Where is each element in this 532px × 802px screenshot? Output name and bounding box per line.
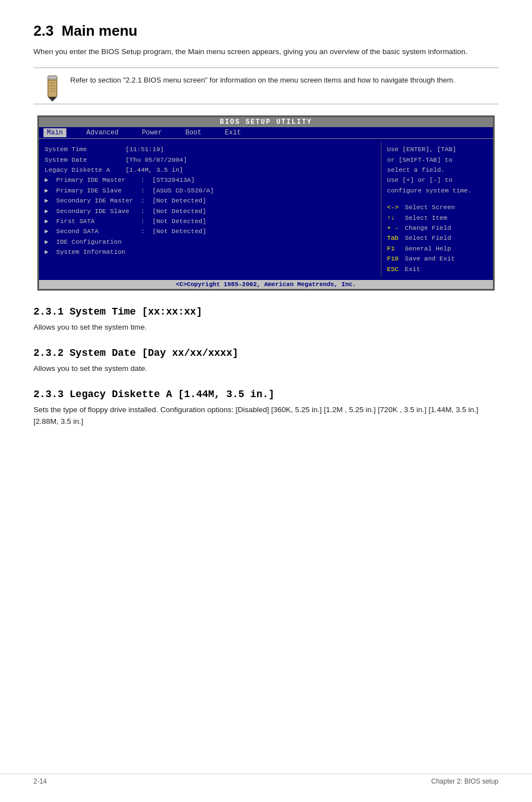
page-footer: 2-14 Chapter 2: BIOS setup xyxy=(0,774,532,785)
bios-shortcut-key: Tab xyxy=(387,233,403,243)
note-icon xyxy=(42,75,62,97)
bios-help-text: or [SHIFT-TAB] to xyxy=(387,155,487,165)
bios-shortcut-desc: General Help xyxy=(405,244,451,254)
bios-shortcut-key: F1 xyxy=(387,244,403,254)
bios-shortcut-desc: Select Field xyxy=(405,233,451,243)
bios-titlebar: BIOS SETUP UTILITY xyxy=(39,117,493,127)
bios-shortcut-key: ↑↓ xyxy=(387,213,403,223)
bios-shortcut-desc: Select Screen xyxy=(405,202,455,212)
bios-shortcut-desc: Select Item xyxy=(405,213,447,223)
bios-shortcut-line: + -Change Field xyxy=(387,223,487,233)
bios-shortcut-line: <->Select Screen xyxy=(387,202,487,212)
bios-screen: BIOS SETUP UTILITY MainAdvancedPowerBoot… xyxy=(37,115,495,291)
bios-help-text: Use [ENTER], [TAB] xyxy=(387,144,487,154)
bios-menu-advanced: Advanced xyxy=(83,128,122,137)
subsections: 2.3.1 System Time [xx:xx:xx]Allows you t… xyxy=(33,306,499,427)
bios-shortcut-key: F10 xyxy=(387,254,403,264)
bios-left-line: ▶ Second SATA : [Not Detected] xyxy=(45,226,375,236)
subsection-title: 2.3.2 System Date [Day xx/xx/xxxx] xyxy=(33,347,499,359)
bios-left-line: System Date [Thu 05/07/2004] xyxy=(45,155,375,165)
bios-menu-main: Main xyxy=(43,128,66,137)
bios-left-line: ▶ Secondary IDE Master : [Not Detected] xyxy=(45,196,375,206)
bios-content: System Time [11:51:19]System Date [Thu 0… xyxy=(39,139,493,280)
bios-left-line: ▶ System Information xyxy=(45,247,375,257)
page-title: 2.3 Main menu xyxy=(33,22,499,40)
subsection-text: Allows you to set the system date. xyxy=(33,363,499,374)
note-box: Refer to section "2.2.1 BIOS menu screen… xyxy=(33,67,499,104)
bios-right-panel: Use [ENTER], [TAB]or [SHIFT-TAB] toselec… xyxy=(381,142,493,277)
bios-shortcut-line: F1General Help xyxy=(387,244,487,254)
bios-left-line: System Time [11:51:19] xyxy=(45,144,375,154)
subsection-title: 2.3.1 System Time [xx:xx:xx] xyxy=(33,306,499,317)
note-text: Refer to section "2.2.1 BIOS menu screen… xyxy=(70,75,455,86)
svg-rect-2 xyxy=(48,76,57,79)
bios-shortcut-desc: Exit xyxy=(405,264,420,274)
bios-shortcut-key: <-> xyxy=(387,202,403,212)
subsection-title: 2.3.3 Legacy Diskette A [1.44M, 3.5 in.] xyxy=(33,389,499,400)
bios-help-text: select a field. xyxy=(387,165,487,175)
bios-shortcut-line: ESCExit xyxy=(387,264,487,274)
subsection-text: Sets the type of floppy drive installed.… xyxy=(33,404,499,427)
bios-help-text: configure system time. xyxy=(387,186,487,196)
bios-shortcut-desc: Save and Exit xyxy=(405,254,455,264)
bios-left-line: ▶ Primary IDE Slave : [ASUS CD-S520/A] xyxy=(45,186,375,196)
bios-footer: <C>Copyright 1985-2002, American Megatre… xyxy=(39,280,493,289)
bios-shortcut-line: TabSelect Field xyxy=(387,233,487,243)
bios-menubar: MainAdvancedPowerBootExit xyxy=(39,127,493,139)
bios-menu-power: Power xyxy=(138,128,165,137)
intro-paragraph: When you enter the BIOS Setup program, t… xyxy=(33,46,499,57)
bios-help-text: Use [+] or [-] to xyxy=(387,175,487,185)
bios-shortcut-line: F10Save and Exit xyxy=(387,254,487,264)
bios-shortcut-desc: Change Field xyxy=(405,223,451,233)
subsection-text: Allows you to set the system time. xyxy=(33,322,499,333)
bios-shortcut-key: + - xyxy=(387,223,403,233)
bios-left-line: ▶ Secondary IDE Slave : [Not Detected] xyxy=(45,206,375,216)
bios-shortcut-line: ↑↓Select Item xyxy=(387,213,487,223)
bios-shortcut-key: ESC xyxy=(387,264,403,274)
page-number: 2-14 xyxy=(33,777,47,785)
bios-left-line: ▶ Primary IDE Master : [ST320413A] xyxy=(45,175,375,185)
bios-menu-exit: Exit xyxy=(221,128,244,137)
bios-left-line: ▶ First SATA : [Not Detected] xyxy=(45,216,375,226)
chapter-label: Chapter 2: BIOS setup xyxy=(431,777,499,785)
bios-left-line: ▶ IDE Configuration xyxy=(45,237,375,247)
bios-menu-boot: Boot xyxy=(182,128,205,137)
bios-left-panel: System Time [11:51:19]System Date [Thu 0… xyxy=(39,142,381,277)
svg-marker-1 xyxy=(48,97,57,102)
bios-left-line: Legacy Diskette A [1.44M, 3.5 in] xyxy=(45,165,375,175)
